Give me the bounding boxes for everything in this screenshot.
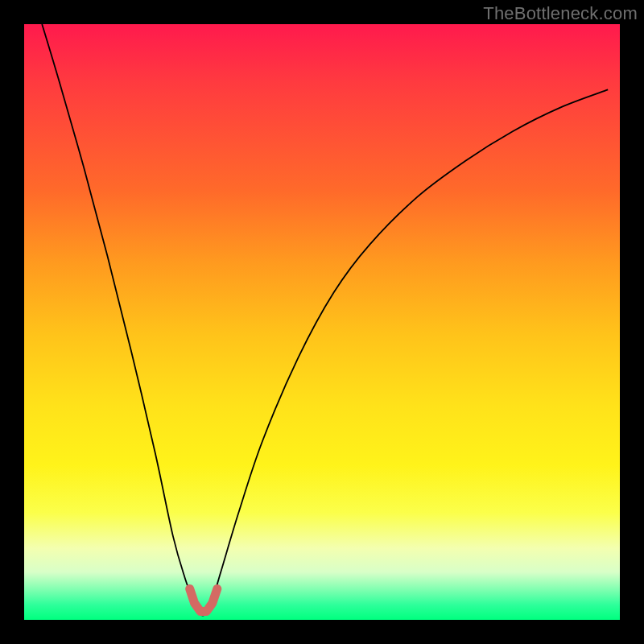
bottleneck-curve xyxy=(42,24,608,615)
plot-area xyxy=(24,24,620,620)
curve-svg xyxy=(24,24,620,620)
watermark-text: TheBottleneck.com xyxy=(483,3,638,24)
chart-container: TheBottleneck.com xyxy=(0,0,644,644)
optimal-region-marker xyxy=(190,589,217,612)
